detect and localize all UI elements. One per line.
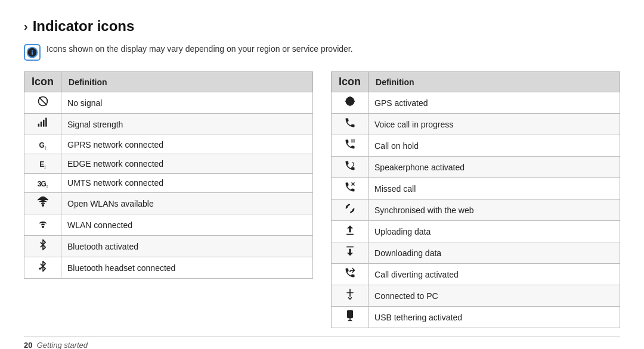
svg-point-6 <box>42 205 44 207</box>
svg-rect-16 <box>353 139 354 143</box>
table-row: Bluetooth activated <box>24 236 313 257</box>
left-col-def: Definition <box>61 72 313 92</box>
left-table-wrap: Icon Definition No signal Signal strengt… <box>24 71 313 328</box>
definition-cell: WLAN connected <box>61 214 313 236</box>
definition-cell: Call on hold <box>369 135 620 157</box>
table-row: E↕ EDGE network connected <box>24 154 313 173</box>
svg-point-10 <box>348 100 351 103</box>
table-row: Call diverting activated <box>332 264 620 285</box>
right-table-wrap: Icon Definition GPS activated Voice call… <box>331 71 620 328</box>
table-row: Downloading data <box>332 242 620 264</box>
table-row: 3G↕ UMTS network connected <box>24 173 313 192</box>
svg-line-1 <box>39 97 47 105</box>
definition-cell: Connected to PC <box>369 285 620 307</box>
definition-cell: Bluetooth activated <box>61 236 313 257</box>
definition-cell: Downloading data <box>369 242 620 264</box>
svg-rect-3 <box>40 121 42 126</box>
icon-cell: G↕ <box>24 135 61 154</box>
table-row: USB tethering activated <box>332 307 620 328</box>
icon-cell: E↕ <box>24 154 61 173</box>
svg-rect-5 <box>45 118 47 127</box>
table-row: Signal strength <box>24 114 313 135</box>
chevron-icon: › <box>24 20 28 33</box>
icon-cell <box>24 92 61 114</box>
table-row: Connected to PC <box>332 285 620 307</box>
footer-text: Getting started <box>37 341 88 349</box>
footer: 20 Getting started <box>24 336 620 349</box>
right-table: Icon Definition GPS activated Voice call… <box>331 71 620 328</box>
table-row: Speakerphone activated <box>332 157 620 178</box>
icon-cell <box>24 114 61 135</box>
definition-cell: GPRS network connected <box>61 135 313 154</box>
svg-point-7 <box>42 226 44 228</box>
table-row: Voice call in progress <box>332 114 620 135</box>
definition-cell: Bluetooth headset connected <box>61 257 313 279</box>
definition-cell: UMTS network connected <box>61 173 313 192</box>
svg-point-8 <box>39 268 41 270</box>
icon-cell: 3G↕ <box>24 173 61 192</box>
icon-cell <box>332 200 369 221</box>
icon-cell <box>332 242 369 264</box>
definition-cell: Speakerphone activated <box>369 157 620 178</box>
svg-point-21 <box>349 296 351 297</box>
table-row: G↕ GPRS network connected <box>24 135 313 154</box>
icon-cell <box>24 193 61 214</box>
icon-cell <box>332 92 369 114</box>
definition-cell: No signal <box>61 92 313 114</box>
table-row: Missed call <box>332 178 620 200</box>
icon-cell <box>332 114 369 135</box>
right-col-icon: Icon <box>332 72 369 92</box>
svg-rect-2 <box>38 124 39 127</box>
definition-cell: EDGE network connected <box>61 154 313 173</box>
icon-cell <box>24 236 61 257</box>
icon-cell <box>332 135 369 157</box>
tables-container: Icon Definition No signal Signal strengt… <box>24 71 620 328</box>
footer-number: 20 <box>24 341 32 349</box>
page-title: Indicator icons <box>33 18 135 35</box>
table-row: Call on hold <box>332 135 620 157</box>
table-row: No signal <box>24 92 313 114</box>
icon-cell <box>332 264 369 285</box>
definition-cell: GPS activated <box>369 92 620 114</box>
svg-rect-4 <box>43 120 45 127</box>
table-row: Open WLANs available <box>24 193 313 214</box>
definition-cell: Synchronised with the web <box>369 200 620 221</box>
icon-cell <box>24 214 61 236</box>
left-col-icon: Icon <box>24 72 61 92</box>
icon-cell <box>332 285 369 307</box>
table-row: Bluetooth headset connected <box>24 257 313 279</box>
definition-cell: Signal strength <box>61 114 313 135</box>
info-icon <box>24 44 41 61</box>
title-row: › Indicator icons <box>24 18 620 35</box>
table-row: WLAN connected <box>24 214 313 236</box>
page-container: › Indicator icons Icons shown on the dis… <box>0 0 644 349</box>
table-row: Uploading data <box>332 221 620 242</box>
note-text: Icons shown on the display may vary depe… <box>47 43 353 55</box>
definition-cell: Uploading data <box>369 221 620 242</box>
icon-cell <box>332 178 369 200</box>
icon-cell <box>332 221 369 242</box>
icon-cell <box>24 257 61 279</box>
icon-cell <box>332 157 369 178</box>
note-box: Icons shown on the display may vary depe… <box>24 43 620 61</box>
svg-rect-15 <box>351 139 352 143</box>
right-col-def: Definition <box>369 72 620 92</box>
definition-cell: USB tethering activated <box>369 307 620 328</box>
definition-cell: Call diverting activated <box>369 264 620 285</box>
icon-cell <box>332 307 369 328</box>
definition-cell: Voice call in progress <box>369 114 620 135</box>
table-row: Synchronised with the web <box>332 200 620 221</box>
definition-cell: Missed call <box>369 178 620 200</box>
left-table: Icon Definition No signal Signal strengt… <box>24 71 313 279</box>
definition-cell: Open WLANs available <box>61 193 313 214</box>
table-row: GPS activated <box>332 92 620 114</box>
